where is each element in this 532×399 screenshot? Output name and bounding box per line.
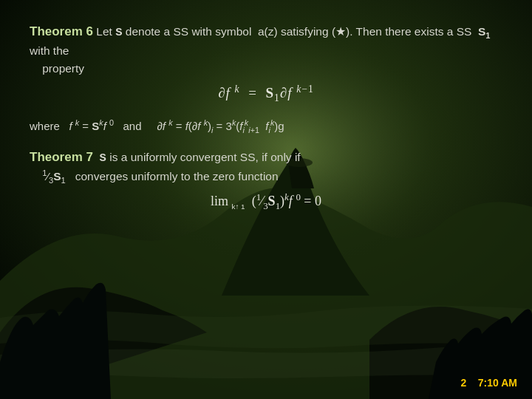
slide-number: 2 [460, 377, 466, 389]
theorem7-intro: Theorem 7 S is a uniformly convergent SS… [30, 148, 502, 167]
theorem6-property-label: property [30, 60, 502, 78]
theorem6-intro-text: Let S denote a SS with symbol a(z) satis… [30, 25, 494, 57]
slide-info: 2 7:10 AM [460, 377, 517, 389]
theorem6-where-line: where f k = Skf 0 and ∂f k = f(∂f k)i = … [30, 118, 502, 134]
where-keyword: where [30, 120, 66, 132]
theorem7-formula: lim k↑ 1 (1⁄3S1)kf 0 = 0 [30, 191, 502, 212]
slide-time: 7:10 AM [478, 377, 517, 389]
theorem7-sub-text: 1⁄3S1 converges uniformly to the zero fu… [30, 167, 502, 188]
slide-content: Theorem 6 Let S denote a SS with symbol … [0, 0, 532, 399]
theorem6-block: Theorem 6 Let S denote a SS with symbol … [30, 22, 502, 105]
fk-def: f k = Skf 0 [69, 120, 114, 132]
theorem6-title: Theorem 6 [30, 24, 93, 38]
dfk-def: ∂f k = f(∂f k)i = 3k(fiki+1 fik)g [157, 120, 284, 132]
theorem6-formula: ∂f k = S1∂f k−1 [30, 83, 502, 104]
theorem6-intro: Theorem 6 Let S denote a SS with symbol … [30, 22, 502, 60]
and-keyword: and [117, 120, 154, 132]
theorem7-intro-text: S is a uniformly convergent SS, if only … [96, 151, 300, 163]
theorem7-block: Theorem 7 S is a uniformly convergent SS… [30, 148, 502, 212]
theorem7-title: Theorem 7 [30, 150, 93, 164]
